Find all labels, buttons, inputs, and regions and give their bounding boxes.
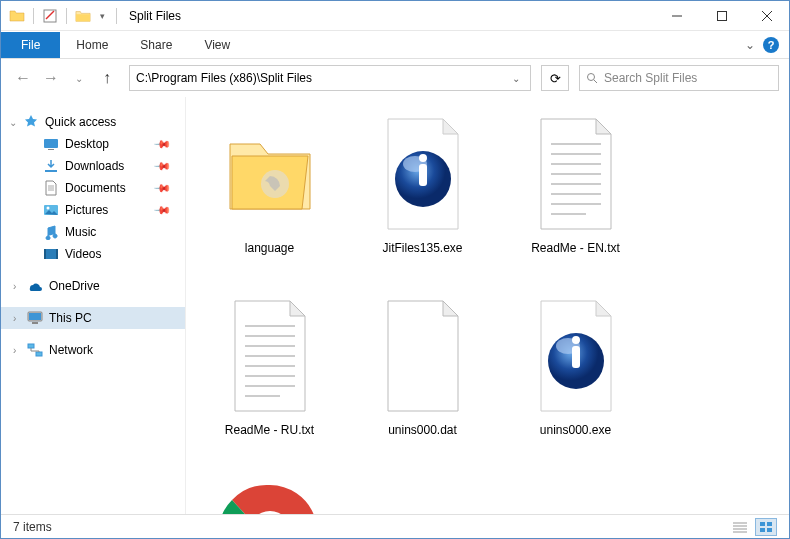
- sidebar-item-label: Downloads: [65, 159, 124, 173]
- svg-rect-57: [767, 522, 772, 526]
- pin-icon: 📌: [152, 200, 171, 219]
- exe-icon: [521, 291, 631, 421]
- back-button[interactable]: ←: [11, 66, 35, 90]
- svg-line-6: [594, 80, 597, 83]
- file-name: unins000.exe: [540, 423, 611, 437]
- tab-share[interactable]: Share: [124, 32, 188, 58]
- sidebar-quick-access[interactable]: ⌄ Quick access: [1, 111, 185, 133]
- minimize-button[interactable]: [654, 1, 699, 31]
- svg-rect-15: [44, 249, 58, 259]
- folder-icon: [9, 8, 25, 24]
- tab-home[interactable]: Home: [60, 32, 124, 58]
- search-box[interactable]: [579, 65, 779, 91]
- sidebar-item-music[interactable]: Music: [1, 221, 185, 243]
- sidebar-item-label: OneDrive: [49, 279, 100, 293]
- svg-rect-21: [28, 344, 34, 348]
- svg-rect-16: [44, 249, 46, 259]
- svg-rect-20: [32, 322, 38, 324]
- chevron-down-icon[interactable]: ⌄: [9, 117, 17, 128]
- music-icon: [43, 224, 59, 240]
- svg-point-5: [588, 74, 595, 81]
- file-name: ReadMe - RU.txt: [225, 423, 314, 437]
- sidebar-item-videos[interactable]: Videos: [1, 243, 185, 265]
- large-icons-view-button[interactable]: [755, 518, 777, 536]
- svg-rect-2: [717, 11, 726, 20]
- search-icon: [586, 72, 598, 84]
- svg-rect-8: [48, 149, 54, 150]
- pin-icon: 📌: [152, 178, 171, 197]
- svg-rect-17: [56, 249, 58, 259]
- close-button[interactable]: [744, 1, 789, 31]
- svg-rect-26: [419, 164, 427, 186]
- maximize-button[interactable]: [699, 1, 744, 31]
- exe-icon: [368, 109, 478, 239]
- sidebar-item-label: Pictures: [65, 203, 108, 217]
- sidebar-item-desktop[interactable]: Desktop 📌: [1, 133, 185, 155]
- file-item[interactable]: unins000.exe: [508, 291, 643, 461]
- search-input[interactable]: [604, 71, 772, 85]
- chevron-right-icon[interactable]: ›: [13, 345, 16, 356]
- address-bar[interactable]: ⌄: [129, 65, 531, 91]
- text-file-icon: [215, 291, 325, 421]
- pc-icon: [27, 310, 43, 326]
- svg-rect-9: [45, 170, 57, 172]
- forward-button[interactable]: →: [39, 66, 63, 90]
- svg-rect-46: [572, 346, 580, 368]
- sidebar-item-label: Documents: [65, 181, 126, 195]
- chevron-right-icon[interactable]: ›: [13, 313, 16, 324]
- sidebar-item-label: Network: [49, 343, 93, 357]
- help-icon[interactable]: ?: [763, 37, 779, 53]
- item-count: 7 items: [13, 520, 52, 534]
- sidebar-item-label: Music: [65, 225, 96, 239]
- svg-rect-19: [29, 313, 41, 320]
- network-icon: [27, 342, 43, 358]
- file-name: ReadMe - EN.txt: [531, 241, 620, 255]
- star-icon: [23, 114, 39, 130]
- svg-point-27: [419, 154, 427, 162]
- sidebar-network[interactable]: › Network: [1, 339, 185, 361]
- title-bar: ▾ Split Files: [1, 1, 789, 31]
- sidebar-onedrive[interactable]: › OneDrive: [1, 275, 185, 297]
- sidebar-item-label: Videos: [65, 247, 101, 261]
- videos-icon: [43, 246, 59, 262]
- tab-view[interactable]: View: [188, 32, 246, 58]
- status-bar: 7 items: [1, 514, 789, 538]
- sidebar-item-downloads[interactable]: Downloads 📌: [1, 155, 185, 177]
- qat-dropdown-icon[interactable]: ▾: [97, 11, 108, 21]
- file-list[interactable]: language JitFiles135.exe: [186, 97, 789, 514]
- svg-point-14: [47, 207, 50, 210]
- text-file-icon: [521, 109, 631, 239]
- svg-rect-59: [767, 528, 772, 532]
- file-item[interactable]: ReadMe - RU.txt: [202, 291, 337, 461]
- documents-icon: [43, 180, 59, 196]
- svg-rect-22: [36, 352, 42, 356]
- up-button[interactable]: ↑: [95, 66, 119, 90]
- expand-ribbon-icon[interactable]: ⌄: [745, 38, 755, 52]
- address-input[interactable]: [136, 71, 508, 85]
- pin-icon: 📌: [152, 156, 171, 175]
- svg-point-47: [572, 336, 580, 344]
- file-name: unins000.dat: [388, 423, 457, 437]
- file-item[interactable]: unins000.dat: [355, 291, 490, 461]
- ribbon: File Home Share View ⌄ ?: [1, 31, 789, 59]
- svg-rect-56: [760, 522, 765, 526]
- properties-icon[interactable]: [42, 8, 58, 24]
- refresh-button[interactable]: ⟳: [541, 65, 569, 91]
- sidebar-item-documents[interactable]: Documents 📌: [1, 177, 185, 199]
- address-dropdown-icon[interactable]: ⌄: [508, 73, 524, 84]
- file-tab[interactable]: File: [1, 32, 60, 58]
- pin-icon: 📌: [152, 134, 171, 153]
- chevron-right-icon[interactable]: ›: [13, 281, 16, 292]
- file-item[interactable]: JitFiles135.exe: [355, 109, 490, 279]
- details-view-button[interactable]: [729, 518, 751, 536]
- sidebar-this-pc[interactable]: › This PC: [1, 307, 185, 329]
- folder-icon: [215, 109, 325, 239]
- svg-rect-58: [760, 528, 765, 532]
- recent-dropdown-icon[interactable]: ⌄: [67, 66, 91, 90]
- file-item[interactable]: language: [202, 109, 337, 279]
- sidebar-item-pictures[interactable]: Pictures 📌: [1, 199, 185, 221]
- folder-icon: [75, 8, 91, 24]
- sidebar-item-label: This PC: [49, 311, 92, 325]
- file-item[interactable]: ReadMe - EN.txt: [508, 109, 643, 279]
- nav-bar: ← → ⌄ ↑ ⌄ ⟳: [1, 59, 789, 97]
